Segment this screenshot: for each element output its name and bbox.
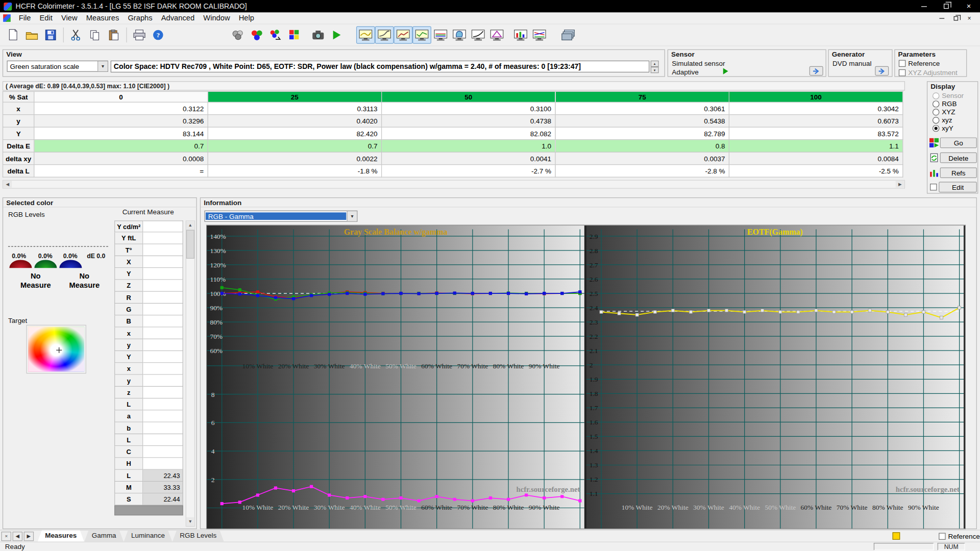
table-cell[interactable]: 1.1 (729, 140, 902, 152)
new-document-button[interactable] (4, 26, 22, 43)
chart-gamut-button[interactable] (487, 26, 506, 43)
copy-button[interactable] (86, 26, 105, 43)
free-measures-button[interactable] (559, 26, 578, 43)
cut-button[interactable] (67, 26, 86, 43)
table-cell[interactable]: -2.7 % (382, 165, 555, 177)
menu-graphs[interactable]: Graphs (124, 12, 157, 23)
table-cell[interactable]: 0.5438 (555, 115, 729, 127)
notes-icon[interactable] (893, 532, 900, 540)
palette-button[interactable] (285, 26, 304, 43)
table-cell[interactable]: 0.3113 (208, 102, 381, 114)
chart-cie-button[interactable] (450, 26, 469, 43)
chevron-down-icon[interactable]: ▼ (97, 61, 108, 71)
radio-xyz-upper-icon[interactable] (933, 108, 939, 115)
edit-checkbox[interactable] (930, 184, 937, 190)
current-measure-scrollbar[interactable]: ▲ ▼ (186, 220, 195, 527)
delete-button[interactable]: Delete (940, 153, 977, 163)
go-button[interactable]: Go (940, 137, 977, 148)
table-cell[interactable]: 0.6073 (729, 115, 902, 127)
tab-next-button[interactable]: ▶ (24, 531, 34, 540)
scroll-down-icon[interactable]: ▼ (186, 517, 194, 526)
sensor-config-button[interactable] (229, 26, 248, 43)
scrollbar-thumb[interactable] (186, 230, 194, 259)
table-cell[interactable]: -2.5 % (729, 165, 902, 177)
tab-close-button[interactable]: × (1, 531, 11, 540)
restore-button[interactable] (935, 0, 958, 12)
spinner-down-icon[interactable]: ▼ (651, 67, 659, 73)
column-header[interactable]: 100 (729, 91, 902, 102)
chart-rgb-levels-button[interactable] (431, 26, 450, 43)
tab-measures[interactable]: Measures (37, 530, 84, 542)
scale-select[interactable]: Green saturation scale ▼ (7, 61, 108, 72)
mdi-minimize-button[interactable] (935, 13, 949, 22)
menu-measures[interactable]: Measures (82, 12, 124, 23)
graph-type-select[interactable]: RGB - Gamma ▼ (204, 211, 357, 222)
close-button[interactable]: × (958, 0, 980, 12)
table-cell[interactable]: 0.3296 (34, 115, 208, 127)
tab-rgb-levels[interactable]: RGB Levels (173, 530, 224, 542)
table-cell[interactable]: 0.3100 (382, 102, 555, 114)
tab-gamma[interactable]: Gamma (84, 530, 124, 542)
mdi-restore-button[interactable] (949, 13, 963, 22)
table-cell[interactable]: = (34, 165, 208, 177)
edit-button[interactable]: Edit (939, 182, 977, 192)
radio-rgb[interactable]: RGB (933, 100, 957, 108)
color-measure-button[interactable] (266, 26, 285, 43)
scroll-left-icon[interactable]: ◀ (3, 181, 12, 188)
table-cell[interactable]: 82.082 (382, 127, 555, 139)
print-button[interactable] (130, 26, 149, 43)
radio-xyz-upper[interactable]: XYZ (933, 108, 955, 116)
refs-button[interactable]: Refs (940, 167, 977, 178)
menu-advanced[interactable]: Advanced (157, 12, 199, 23)
capture-button[interactable] (309, 26, 328, 43)
table-cell[interactable]: 0.3122 (34, 102, 208, 114)
menu-window[interactable]: Window (199, 12, 234, 23)
menu-view[interactable]: View (57, 12, 82, 23)
reference-checkbox-row[interactable]: Reference (899, 59, 940, 67)
radio-xyy-icon[interactable] (933, 124, 939, 131)
scroll-up-icon[interactable]: ▲ (186, 221, 194, 230)
help-button[interactable]: ? (149, 26, 167, 43)
spinner-up-icon[interactable]: ▲ (651, 61, 659, 67)
chart-gamma-button[interactable] (375, 26, 394, 43)
table-cell[interactable]: 0.0041 (382, 152, 555, 164)
reference-bottom-checkbox[interactable] (939, 533, 945, 539)
menu-file[interactable]: File (14, 12, 35, 23)
table-cell[interactable]: 0.0037 (555, 152, 729, 164)
mdi-close-button[interactable]: × (963, 13, 976, 22)
minimize-button[interactable] (913, 0, 935, 12)
table-cell[interactable]: 0.4738 (382, 115, 555, 127)
column-header[interactable]: 25 (208, 91, 381, 102)
table-cell[interactable]: 0.0022 (208, 152, 381, 164)
scroll-right-icon[interactable]: ▶ (896, 181, 904, 188)
chevron-down-icon[interactable]: ▼ (347, 211, 357, 221)
chart-luminance-button[interactable] (469, 26, 487, 43)
sensor-config-open-button[interactable] (810, 66, 823, 76)
table-cell[interactable]: 0.0084 (729, 152, 902, 164)
table-cell[interactable]: 82.789 (555, 127, 729, 139)
menu-edit[interactable]: Edit (35, 12, 57, 23)
table-cell[interactable]: 0.0008 (34, 152, 208, 164)
table-cell[interactable]: 0.7 (34, 140, 208, 152)
chart-nearwhite-button[interactable] (412, 26, 431, 43)
tab-luminance[interactable]: Luminance (124, 530, 172, 542)
table-cell[interactable]: 0.3042 (729, 102, 902, 114)
save-button[interactable] (41, 26, 60, 43)
table-cell[interactable]: 83.144 (34, 127, 208, 139)
table-cell[interactable]: -1.8 % (208, 165, 381, 177)
radio-rgb-icon[interactable] (933, 101, 939, 107)
reference-checkbox[interactable] (899, 60, 905, 66)
table-cell[interactable]: 0.4020 (208, 115, 381, 127)
rgb-measure-button[interactable] (248, 26, 266, 43)
run-measures-button[interactable] (328, 26, 347, 43)
table-cell[interactable]: -2.8 % (555, 165, 729, 177)
tab-prev-button[interactable]: ◀ (12, 531, 22, 540)
paste-button[interactable] (104, 26, 123, 43)
chart-histogram-button[interactable] (511, 26, 530, 43)
column-header[interactable]: 50 (382, 91, 555, 102)
column-header[interactable]: 75 (555, 91, 729, 102)
reference-bottom-row[interactable]: Reference (939, 532, 980, 540)
chart-nearblack-button[interactable] (394, 26, 412, 43)
table-cell[interactable]: 0.8 (555, 140, 729, 152)
table-cell[interactable]: 82.420 (208, 127, 381, 139)
